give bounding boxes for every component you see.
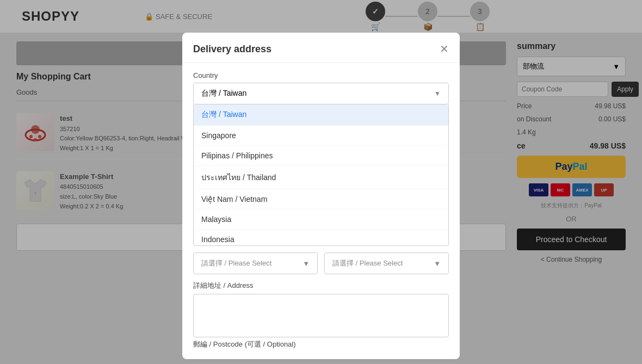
address-textarea[interactable]: [193, 294, 449, 337]
dropdown-item-philippines[interactable]: Pilipinas / Philippines: [194, 146, 448, 166]
address-label: 詳細地址 / Address: [193, 281, 449, 291]
city-select[interactable]: 請選擇 / Please Select ▼: [193, 252, 318, 274]
modal-body: Country 台灣 / Taiwan ▼ 台灣 / Taiwan Singap…: [182, 63, 460, 359]
dropdown-item-indonesia[interactable]: Indonesia: [194, 230, 448, 246]
delivery-address-modal: Delivery address ✕ Country 台灣 / Taiwan ▼…: [182, 33, 460, 359]
district-select[interactable]: 請選擇 / Please Select ▼: [324, 252, 449, 274]
chevron-down-icon: ▼: [434, 90, 441, 97]
dropdown-item-singapore[interactable]: Singapore: [194, 126, 448, 146]
district-placeholder: 請選擇 / Please Select: [332, 258, 403, 268]
postcode-label: 郵編 / Postcode (可選 / Optional): [193, 340, 449, 349]
country-label: Country: [193, 71, 449, 79]
city-field: 請選擇 / Please Select ▼: [193, 252, 318, 274]
country-dropdown-list[interactable]: 台灣 / Taiwan Singapore Pilipinas / Philip…: [193, 104, 449, 246]
chevron-down-icon: ▼: [434, 260, 441, 268]
district-field: 請選擇 / Please Select ▼: [324, 252, 449, 274]
chevron-down-icon: ▼: [303, 260, 310, 268]
city-placeholder: 請選擇 / Please Select: [201, 258, 271, 268]
dropdown-item-taiwan[interactable]: 台灣 / Taiwan: [194, 104, 448, 126]
close-modal-button[interactable]: ✕: [440, 42, 449, 55]
dropdown-item-thailand[interactable]: ประเทศไทย / Thailand: [194, 166, 448, 189]
modal-title: Delivery address: [193, 44, 271, 55]
selected-country-text: 台灣 / Taiwan: [201, 89, 246, 98]
country-select[interactable]: 台灣 / Taiwan ▼: [193, 83, 449, 104]
modal-header: Delivery address ✕: [182, 33, 460, 63]
country-select-wrapper: 台灣 / Taiwan ▼ 台灣 / Taiwan Singapore Pili…: [193, 83, 449, 246]
city-district-row: 請選擇 / Please Select ▼ 請選擇 / Please Selec…: [193, 252, 449, 274]
dropdown-item-vietnam[interactable]: Việt Nam / Vietnam: [194, 189, 448, 209]
modal-overlay: Delivery address ✕ Country 台灣 / Taiwan ▼…: [0, 0, 642, 364]
dropdown-item-malaysia[interactable]: Malaysia: [194, 209, 448, 230]
